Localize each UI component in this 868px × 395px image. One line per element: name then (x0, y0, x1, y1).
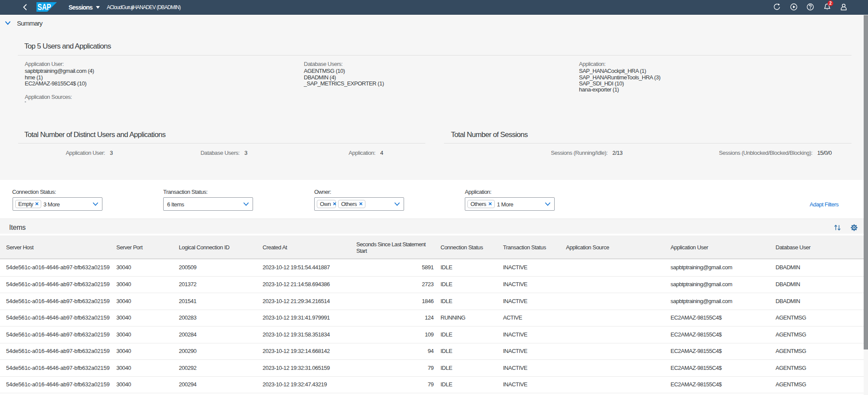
svg-text:SAP: SAP (38, 2, 51, 12)
